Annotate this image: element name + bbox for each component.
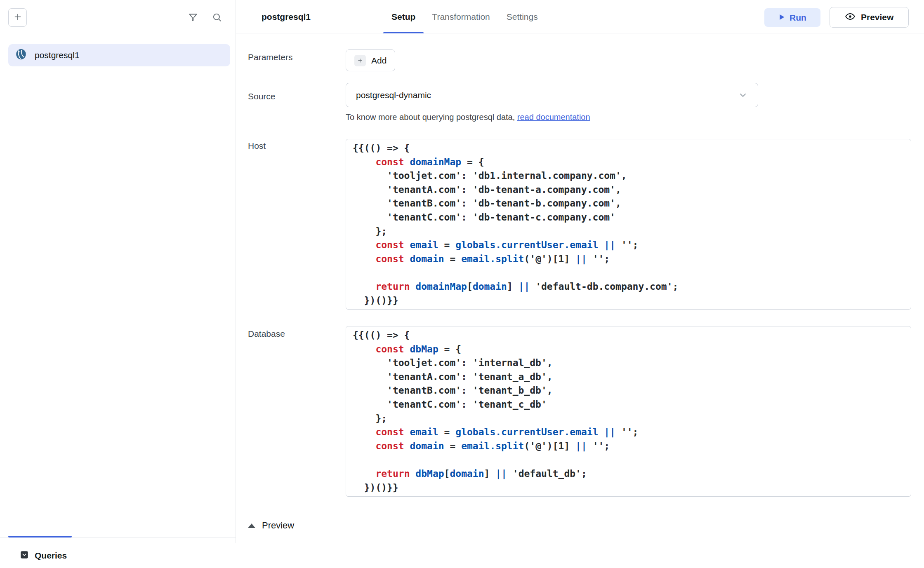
add-query-button[interactable] [8, 8, 27, 27]
query-editor-header: postgresql1 Setup Transformation Setting… [236, 0, 924, 33]
preview-button[interactable]: Preview [830, 7, 909, 28]
query-title: postgresql1 [262, 0, 311, 33]
source-help-text: To know more about querying postgresql d… [346, 113, 590, 122]
filter-icon [188, 12, 198, 24]
postgresql-elephant-icon [15, 48, 27, 62]
parameters-label: Parameters [248, 52, 293, 62]
query-editor-tabs: Setup Transformation Settings [383, 0, 546, 33]
play-icon [778, 13, 785, 23]
setup-panel: Parameters Add Source postgresql-dynamic… [236, 33, 924, 543]
host-code-editor[interactable]: {{(() => { const domainMap = { 'tooljet.… [346, 139, 911, 310]
query-item-label: postgresql1 [35, 50, 80, 60]
plus-icon [13, 12, 22, 23]
query-editor-screen: postgresql1 postgresql1 Setup Transforma… [0, 0, 924, 568]
run-button[interactable]: Run [764, 8, 820, 27]
queries-panel-icon [20, 550, 29, 561]
queries-tab-active-indicator [8, 536, 72, 537]
chevron-down-icon [738, 90, 748, 100]
source-label: Source [248, 92, 276, 101]
source-help-prefix: To know more about querying postgresql d… [346, 113, 517, 122]
triangle-up-icon [248, 523, 255, 528]
preview-button-label: Preview [861, 12, 893, 22]
add-parameter-label: Add [371, 56, 387, 66]
tab-settings[interactable]: Settings [498, 0, 546, 33]
source-select[interactable]: postgresql-dynamic [346, 83, 758, 107]
plus-square-icon [354, 55, 366, 66]
bottom-panel-bar: Queries [0, 543, 924, 568]
tab-setup[interactable]: Setup [383, 0, 424, 33]
preview-section-label: Preview [262, 520, 294, 531]
read-documentation-link[interactable]: read documentation [517, 113, 590, 122]
query-list-item-postgresql1[interactable]: postgresql1 [8, 44, 230, 66]
filter-queries-button[interactable] [186, 10, 200, 25]
queries-panel-tab[interactable]: Queries [35, 551, 67, 561]
eye-icon [845, 12, 856, 23]
run-button-label: Run [790, 13, 806, 23]
search-icon [212, 12, 222, 24]
add-parameter-button[interactable]: Add [346, 49, 395, 71]
tab-transformation[interactable]: Transformation [424, 0, 498, 33]
source-select-value: postgresql-dynamic [356, 90, 431, 100]
database-label: Database [248, 329, 285, 339]
host-label: Host [248, 141, 266, 151]
queries-sidebar: postgresql1 [0, 0, 236, 543]
preview-section-toggle[interactable]: Preview [236, 513, 924, 538]
database-code-editor[interactable]: {{(() => { const dbMap = { 'tooljet.com'… [346, 326, 911, 497]
search-queries-button[interactable] [210, 10, 224, 25]
